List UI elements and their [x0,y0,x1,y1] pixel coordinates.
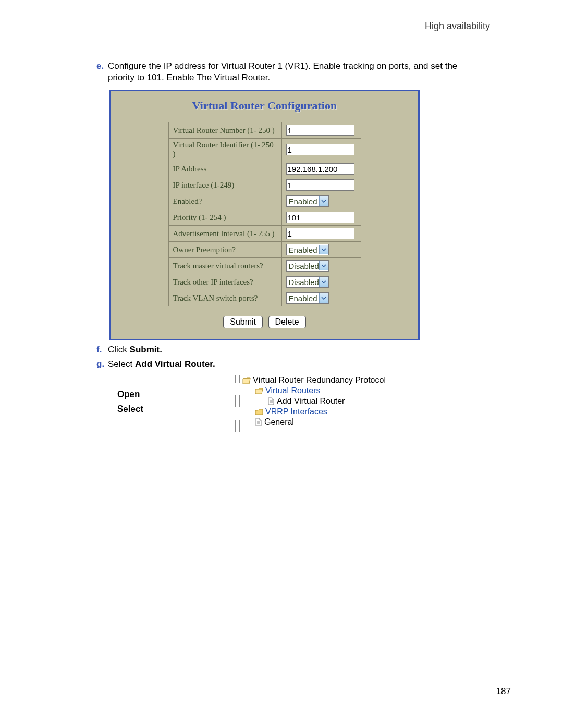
tree-label: Add Virtual Router [277,397,345,406]
row-label: Priority (1- 254 ) [168,209,282,226]
chevron-down-icon [319,261,328,270]
tree-guide [239,375,240,437]
folder-open-icon [255,388,263,394]
step-g-marker: g. [96,359,108,369]
priority-input[interactable] [286,212,354,223]
track-ip-select[interactable]: Disabled [286,276,329,288]
tree-label: Virtual Router Redundancy Protocol [253,376,386,385]
step-e: e.Configure the IP address for Virtual R… [96,60,516,83]
tree-guide [235,375,236,437]
page-header: High availability [47,21,490,32]
step-g-bold: Add Virtual Router. [135,359,215,369]
chevron-down-icon [319,293,328,303]
chevron-down-icon [319,245,328,254]
table-row: IP interface (1-249) [168,177,361,193]
ip-address-input[interactable] [286,163,354,175]
step-f-bold: Submit. [130,344,162,354]
table-row: Track master virtual routers? Disabled [168,258,361,274]
document-icon [267,397,275,405]
select-value: Enabled [289,245,319,254]
folder-closed-icon [255,409,263,415]
enabled-select[interactable]: Enabled [286,195,329,207]
row-label: Advertisement Interval (1- 255 ) [168,226,282,242]
table-row: Track other IP interfaces? Disabled [168,274,361,290]
owner-preemption-select[interactable]: Enabled [286,244,329,255]
tree-node-virtual-routers[interactable]: Virtual Routers [255,386,386,396]
row-label: IP Address [168,161,282,177]
tree-node-general[interactable]: General [255,417,386,427]
select-value: Disabled [289,262,319,270]
step-e-text-1: Configure the IP address for Virtual Rou… [108,61,457,71]
callout-open: Open [117,389,140,400]
delete-button[interactable]: Delete [268,316,306,328]
step-e-marker: e. [96,60,108,72]
row-label: Enabled? [168,193,282,209]
tree-label: General [264,417,294,427]
table-row: Enabled? Enabled [168,193,361,209]
panel-title: Virtual Router Configuration [111,99,418,113]
callout-line [146,394,253,394]
step-g: g.Select Add Virtual Router. [96,359,516,369]
step-e-text-2: priority to 101. Enable The Virtual Rout… [108,72,270,82]
tree-node-vrrp[interactable]: Virtual Router Redundancy Protocol [242,376,386,385]
tree-node-vrrp-interfaces[interactable]: VRRP Interfaces [255,407,386,416]
chevron-down-icon [319,277,328,287]
vr-identifier-input[interactable] [286,144,354,155]
submit-button[interactable]: Submit [223,316,263,328]
chevron-down-icon [319,196,328,206]
tree-label: Virtual Routers [265,386,321,396]
document-icon [255,418,262,426]
row-label: Track VLAN switch ports? [168,290,282,306]
table-row: Owner Preemption? Enabled [168,242,361,258]
row-label: Owner Preemption? [168,242,282,258]
page-number: 187 [496,686,511,697]
track-vlan-select[interactable]: Enabled [286,292,329,304]
table-row: Priority (1- 254 ) [168,209,361,226]
table-row: Virtual Router Number (1- 250 ) [168,122,361,139]
tree-node-add-virtual-router[interactable]: Add Virtual Router [267,397,386,406]
step-f-prefix: Click [108,344,130,354]
row-label: Track master virtual routers? [168,258,282,274]
callout-select: Select [117,404,143,414]
table-row: Advertisement Interval (1- 255 ) [168,226,361,242]
config-table: Virtual Router Number (1- 250 ) Virtual … [168,122,361,306]
table-row: IP Address [168,161,361,177]
select-value: Enabled [289,294,319,303]
step-g-prefix: Select [108,359,135,369]
select-value: Disabled [289,278,319,287]
table-row: Virtual Router Identifier (1- 250 ) [168,139,361,161]
table-row: Track VLAN switch ports? Enabled [168,290,361,306]
nav-tree: Virtual Router Redundancy Protocol Virtu… [242,375,386,428]
step-f-marker: f. [96,344,108,355]
row-label: Virtual Router Number (1- 250 ) [168,122,282,139]
row-label: IP interface (1-249) [168,177,282,193]
config-panel: Virtual Router Configuration Virtual Rou… [109,90,420,340]
adv-interval-input[interactable] [286,228,354,239]
vr-number-input[interactable] [286,125,354,136]
tree-label: VRRP Interfaces [265,407,327,416]
ip-interface-input[interactable] [286,179,354,191]
folder-open-icon [242,377,251,384]
row-label: Virtual Router Identifier (1- 250 ) [168,139,282,161]
select-value: Enabled [289,197,319,206]
row-label: Track other IP interfaces? [168,274,282,290]
track-master-select[interactable]: Disabled [286,260,329,272]
step-f: f.Click Submit. [96,344,516,355]
